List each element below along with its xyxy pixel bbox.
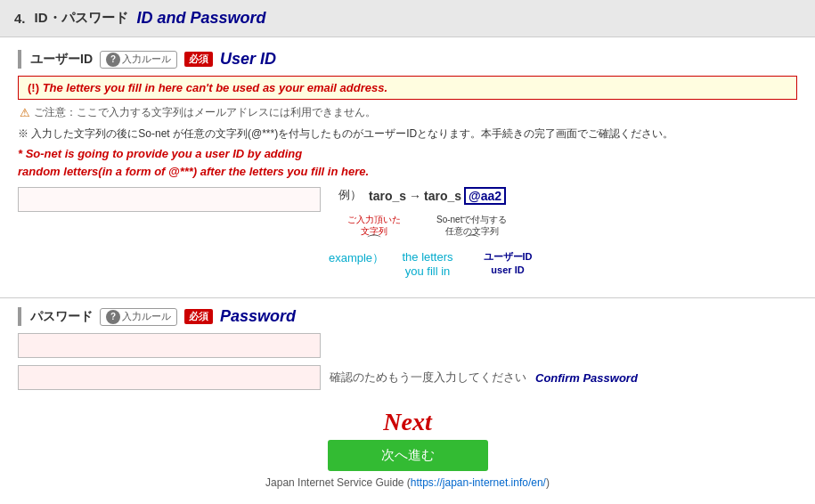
password-required-badge: 必須 <box>184 309 213 324</box>
next-button[interactable]: 次へ進む <box>328 440 488 471</box>
description-en: * So-net is going to provide you a user … <box>18 145 797 180</box>
confirm-label-en: Confirm Password <box>535 371 638 385</box>
password-label-en: Password <box>220 307 296 326</box>
footer-link: Japan Internet Service Guide (https://ja… <box>0 476 815 489</box>
desc-en-line1: * So-net is going to provide you a user … <box>18 147 302 160</box>
password-label-row: パスワード ? 入力ルール 必須 Password <box>18 307 797 326</box>
page-wrapper: 4. ID・パスワード ID and Password ユーザーID ? 入力ル… <box>0 0 815 504</box>
description-jp: ※ 入力した文字列の後にSo-net が任意の文字列(@***)を付与したものが… <box>18 126 797 142</box>
question-icon-pw: ? <box>106 310 120 324</box>
example-outer: 例） taro_s → taro_s @aa2 <box>338 187 506 205</box>
userid-required-badge: 必須 <box>184 52 213 67</box>
annotation-diagram: ご入力頂いた文字列 ⌒ So-netで付与する任意の文字列 ⌒ <box>347 214 797 248</box>
next-section: Next 次へ進む Japan Internet Service Guide (… <box>0 399 815 492</box>
warning-prefix: (!) <box>28 81 39 94</box>
taro-s2: taro_s <box>424 189 461 203</box>
question-icon: ? <box>106 53 120 67</box>
password-rule-label: 入力ルール <box>122 310 171 323</box>
footer-text: Japan Internet Service Guide (https://ja… <box>265 476 550 489</box>
userid-en-block: ユーザーID user ID <box>472 250 543 278</box>
confirm-row: 確認のためもう一度入力してください Confirm Password <box>18 365 797 390</box>
userid-en-label: ユーザーID user ID <box>484 250 533 278</box>
taro-s1: taro_s <box>369 189 406 203</box>
userid-input-rule-btn[interactable]: ? 入力ルール <box>100 51 177 69</box>
fill-in-label: the letters you fill in <box>402 250 452 280</box>
at-part: @aa2 <box>464 187 506 205</box>
section-number: 4. <box>14 11 26 26</box>
triangle-icon: ⚠ <box>20 106 30 119</box>
password-input[interactable] <box>18 333 321 358</box>
example-en-block: example） <box>321 250 392 266</box>
section-title-en: ID and Password <box>137 9 266 28</box>
userid-label-en: User ID <box>220 50 276 69</box>
ann-right-brace: ⌒ <box>464 237 480 248</box>
confirm-password-input[interactable] <box>18 365 321 390</box>
userid-content-area: ユーザーID ? 入力ルール 必須 User ID (!) The letter… <box>0 37 815 289</box>
next-label: Next <box>0 408 815 436</box>
bottom-labels-row: example） the letters you fill in ユーザーID … <box>321 250 797 280</box>
password-input-area <box>18 333 797 365</box>
separator <box>0 297 815 298</box>
password-label-jp: パスワード <box>30 309 93 325</box>
password-input-rule-btn[interactable]: ? 入力ルール <box>100 308 177 326</box>
desc-en-line2: random letters(in a form of @***) after … <box>18 165 369 178</box>
example-content: taro_s → taro_s @aa2 <box>369 187 506 205</box>
section-header: 4. ID・パスワード ID and Password <box>0 0 815 37</box>
ann-left-brace: ⌒ <box>366 237 382 248</box>
warning-box: (!) The letters you fill in here can't b… <box>18 76 797 100</box>
footer-url[interactable]: https://japan-internet.info/en/ <box>411 476 546 489</box>
warning-text: The letters you fill in here can't be us… <box>43 81 387 94</box>
section-title-jp: ID・パスワード <box>35 10 128 27</box>
notice-jp-text: ご注意：ここで入力する文字列はメールアドレスには利用できません。 <box>34 105 376 120</box>
notice-row: ⚠ ご注意：ここで入力する文字列はメールアドレスには利用できません。 <box>18 105 797 120</box>
arrow: → <box>409 189 421 203</box>
ann-right-block: So-netで付与する任意の文字列 ⌒ <box>436 214 507 248</box>
taro-formula-row: taro_s → taro_s @aa2 <box>369 187 506 205</box>
input-example-row: 例） taro_s → taro_s @aa2 <box>18 187 797 212</box>
ann-left-block: ご入力頂いた文字列 ⌒ <box>347 214 401 248</box>
userid-label-row: ユーザーID ? 入力ルール 必須 User ID <box>18 50 797 69</box>
input-rule-label: 入力ルール <box>122 53 171 66</box>
fill-in-block: the letters you fill in <box>392 250 463 280</box>
confirm-label-jp: 確認のためもう一度入力してください <box>330 370 526 386</box>
userid-input[interactable] <box>18 187 321 212</box>
password-section: パスワード ? 入力ルール 必須 Password 確認のためもう一度入力してく… <box>0 307 815 399</box>
example-jp-label: 例） <box>338 187 362 203</box>
userid-label-jp: ユーザーID <box>30 52 93 68</box>
example-en-label: example） <box>329 250 384 266</box>
